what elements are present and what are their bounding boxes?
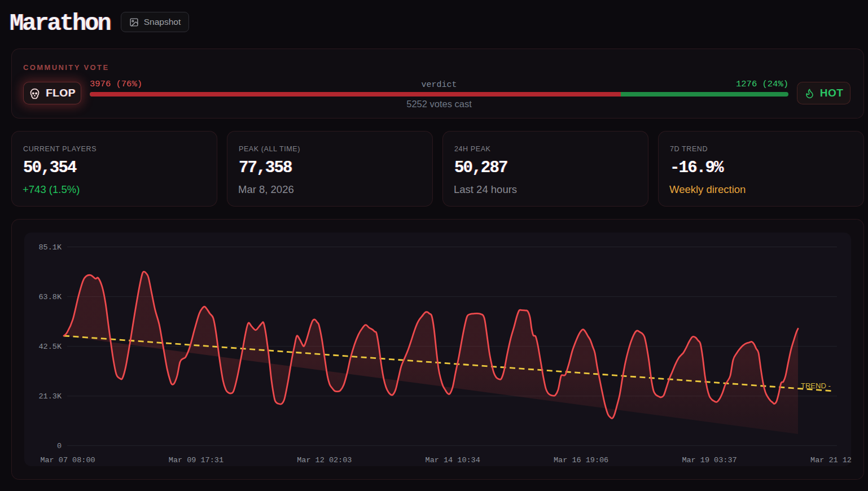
svg-text:Mar 07 08:00: Mar 07 08:00	[40, 456, 95, 464]
svg-text:Mar 12 02:03: Mar 12 02:03	[297, 456, 352, 464]
svg-text:21.3K: 21.3K	[38, 392, 62, 401]
svg-text:Mar 16 19:06: Mar 16 19:06	[554, 456, 608, 464]
svg-text:85.1K: 85.1K	[38, 243, 62, 252]
svg-text:42.5K: 42.5K	[38, 343, 62, 351]
svg-text:Mar 21 12: Mar 21 12	[810, 456, 852, 464]
svg-text:0: 0	[57, 442, 62, 450]
svg-text:TREND -: TREND -	[801, 382, 831, 390]
svg-text:Mar 14 10:34: Mar 14 10:34	[426, 456, 480, 464]
svg-text:Mar 09 17:31: Mar 09 17:31	[169, 456, 223, 464]
svg-text:63.8K: 63.8K	[38, 293, 62, 301]
svg-text:Mar 19 03:37: Mar 19 03:37	[682, 456, 737, 464]
